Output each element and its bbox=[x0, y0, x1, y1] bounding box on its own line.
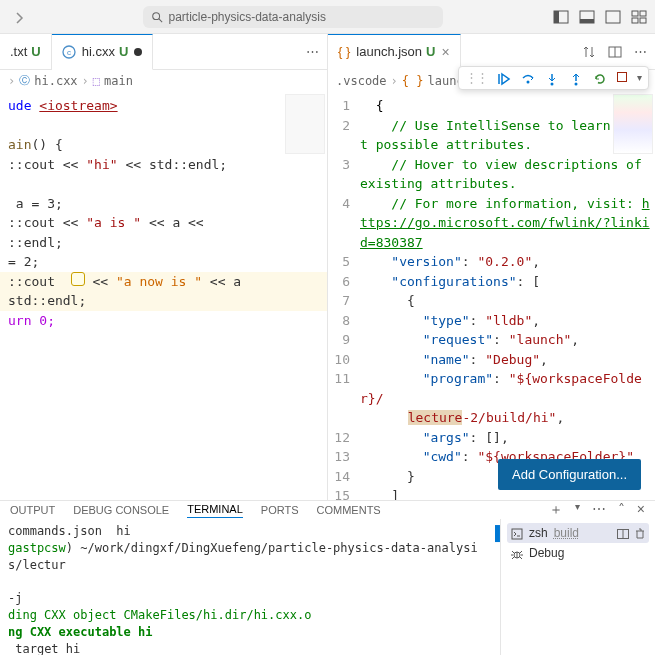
tab-launch-json[interactable]: { } launch.json U × bbox=[328, 34, 461, 70]
compare-icon[interactable] bbox=[582, 44, 596, 60]
terminal-list: ▌ zsh build Debug bbox=[500, 519, 655, 655]
terminal-line: ding CXX object CMakeFiles/hi.dir/hi.cxx… bbox=[8, 607, 492, 624]
terminal-item-debug[interactable]: Debug bbox=[507, 543, 649, 563]
panel-tabs: OUTPUT DEBUG CONSOLE TERMINAL PORTS COMM… bbox=[0, 501, 655, 519]
breadcrumb-folder: .vscode bbox=[336, 72, 387, 90]
panel-tab-output[interactable]: OUTPUT bbox=[10, 504, 55, 516]
toggle-panel-icon[interactable] bbox=[579, 10, 595, 24]
layout-controls bbox=[553, 10, 647, 24]
minimap[interactable] bbox=[613, 94, 653, 154]
lightbulb-icon[interactable] bbox=[71, 272, 85, 286]
svg-point-20 bbox=[575, 82, 578, 85]
tabs-left-group: .txt U c hi.cxx U ⋯ bbox=[0, 34, 328, 69]
tabs-row: .txt U c hi.cxx U ⋯ { } launch.json U × … bbox=[0, 34, 655, 70]
breadcrumb-file: hi.cxx bbox=[34, 72, 77, 90]
nav-forward-icon[interactable] bbox=[8, 9, 32, 24]
svg-point-0 bbox=[152, 12, 159, 19]
code-body-right[interactable]: 1 {2 // Use IntelliSense to learn about … bbox=[328, 92, 655, 500]
svg-line-1 bbox=[158, 18, 161, 21]
new-terminal-icon[interactable]: ＋ bbox=[549, 501, 563, 519]
terminal-line: commands.json hi bbox=[8, 523, 492, 540]
cpp-file-icon: c bbox=[62, 44, 76, 60]
svg-rect-3 bbox=[554, 11, 559, 23]
terminal-line: target hi bbox=[8, 641, 492, 655]
tab-label: hi.cxx bbox=[82, 44, 115, 59]
add-configuration-button[interactable]: Add Configuration... bbox=[498, 459, 641, 490]
json-settings-icon: { } bbox=[338, 44, 350, 59]
search-text: particle-physics-data-analysis bbox=[169, 10, 326, 24]
svg-rect-5 bbox=[580, 19, 594, 23]
code-line: 1 { bbox=[328, 96, 655, 116]
drag-handle-icon[interactable]: ⋮⋮ bbox=[465, 70, 487, 85]
debug-bug-icon bbox=[511, 546, 523, 560]
panel-body: commands.json higastpcsw) ~/work/dingxf/… bbox=[0, 519, 655, 655]
terminal-item-sublabel: build bbox=[554, 526, 579, 540]
terminal-item-label: Debug bbox=[529, 546, 564, 560]
split-icon[interactable] bbox=[608, 44, 622, 60]
terminal-item-zsh[interactable]: zsh build bbox=[507, 523, 649, 543]
tab-txt[interactable]: .txt U bbox=[0, 34, 52, 70]
tab-mod-indicator: U bbox=[31, 44, 40, 59]
split-terminal-icon[interactable] bbox=[617, 526, 629, 540]
tab-mod-indicator: U bbox=[119, 44, 128, 59]
panel-tab-debug-console[interactable]: DEBUG CONSOLE bbox=[73, 504, 169, 516]
code-line: 3 // Hover to view descriptions of exist… bbox=[328, 155, 655, 194]
terminal-output[interactable]: commands.json higastpcsw) ~/work/dingxf/… bbox=[0, 519, 500, 655]
svg-point-16 bbox=[527, 80, 530, 83]
trash-icon[interactable] bbox=[635, 526, 645, 540]
restart-icon[interactable] bbox=[593, 70, 607, 86]
command-center-search[interactable]: particle-physics-data-analysis bbox=[143, 6, 443, 28]
active-terminal-bar: ▌ bbox=[495, 525, 505, 541]
terminal-line: -j bbox=[8, 590, 492, 607]
tab-hi-cxx[interactable]: c hi.cxx U bbox=[52, 34, 154, 70]
close-icon[interactable]: × bbox=[441, 44, 449, 60]
breadcrumb-symbol: main bbox=[104, 72, 133, 90]
editors-area: › Ⓒ hi.cxx › ⬚ main ude <iostream> ain()… bbox=[0, 70, 655, 500]
chevron-down-icon[interactable]: ▾ bbox=[575, 501, 580, 519]
step-into-icon[interactable] bbox=[545, 70, 559, 86]
code-line: 12 "args": [], bbox=[328, 428, 655, 448]
terminal-line: ng CXX executable hi bbox=[8, 624, 492, 641]
bottom-panel: OUTPUT DEBUG CONSOLE TERMINAL PORTS COMM… bbox=[0, 500, 655, 655]
code-line: 11 "program": "${workspaceFolder}/ lectu… bbox=[328, 369, 655, 428]
panel-tab-ports[interactable]: PORTS bbox=[261, 504, 299, 516]
editor-left: › Ⓒ hi.cxx › ⬚ main ude <iostream> ain()… bbox=[0, 70, 328, 500]
panel-tab-comments[interactable]: COMMENTS bbox=[317, 504, 381, 516]
code-line: 7 { bbox=[328, 291, 655, 311]
search-icon bbox=[151, 11, 163, 23]
step-over-icon[interactable] bbox=[521, 70, 535, 86]
editor-right: .vscode › { } launch.json › La 1 {2 // U… bbox=[328, 70, 655, 500]
minimap[interactable] bbox=[285, 94, 325, 154]
code-line: 9 "request": "launch", bbox=[328, 330, 655, 350]
terminal-line: gastpcsw) ~/work/dingxf/DingXuefeng/part… bbox=[8, 540, 492, 574]
continue-icon[interactable] bbox=[497, 70, 511, 86]
code-line: 6 "configurations": [ bbox=[328, 272, 655, 292]
close-panel-icon[interactable]: × bbox=[637, 501, 645, 519]
svg-point-18 bbox=[551, 82, 554, 85]
title-bar: particle-physics-data-analysis bbox=[0, 0, 655, 34]
maximize-panel-icon[interactable]: ˄ bbox=[618, 501, 625, 519]
overflow-icon[interactable]: ⋯ bbox=[306, 44, 319, 59]
layout-custom-icon[interactable] bbox=[631, 10, 647, 24]
panel-tab-terminal[interactable]: TERMINAL bbox=[187, 503, 243, 518]
svg-rect-10 bbox=[640, 18, 646, 23]
code-body-left[interactable]: ude <iostream> ain() { ::cout << "hi" <<… bbox=[0, 92, 327, 500]
tabs-right-group: { } launch.json U × ⋯ ⋮⋮ ▾ bbox=[328, 34, 655, 69]
terminal-item-label: zsh bbox=[529, 526, 548, 540]
stop-icon[interactable] bbox=[617, 70, 627, 85]
cube-icon: ⬚ bbox=[93, 72, 100, 90]
debug-toolbar[interactable]: ⋮⋮ ▾ bbox=[458, 66, 649, 90]
code-line: 5 "version": "0.2.0", bbox=[328, 252, 655, 272]
toggle-secondary-icon[interactable] bbox=[605, 10, 621, 24]
svg-text:c: c bbox=[67, 48, 71, 57]
json-settings-icon: { } bbox=[402, 72, 424, 90]
breadcrumb[interactable]: › Ⓒ hi.cxx › ⬚ main bbox=[0, 70, 327, 92]
toggle-sidebar-icon[interactable] bbox=[553, 10, 569, 24]
overflow-icon[interactable]: ⋯ bbox=[634, 44, 647, 60]
chevron-down-icon[interactable]: ▾ bbox=[637, 72, 642, 83]
terminal-line bbox=[8, 573, 492, 590]
overflow-icon[interactable]: ⋯ bbox=[592, 501, 606, 519]
tab-label: launch.json bbox=[356, 44, 422, 59]
code-line: 2 // Use IntelliSense to learn about pos… bbox=[328, 116, 655, 155]
step-out-icon[interactable] bbox=[569, 70, 583, 86]
